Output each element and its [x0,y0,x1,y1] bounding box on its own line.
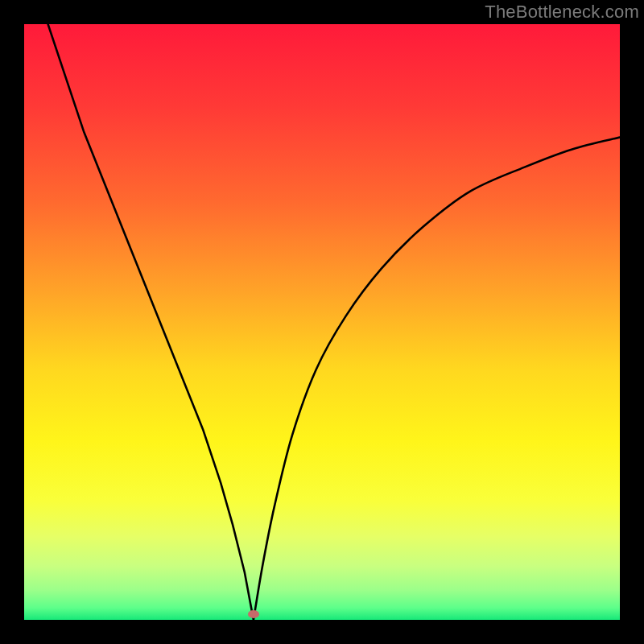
watermark-text: TheBottleneck.com [485,2,639,23]
plot-area [24,24,620,620]
optimal-point-marker [248,610,259,618]
bottleneck-curve [24,24,620,620]
chart-frame: TheBottleneck.com [0,0,644,644]
